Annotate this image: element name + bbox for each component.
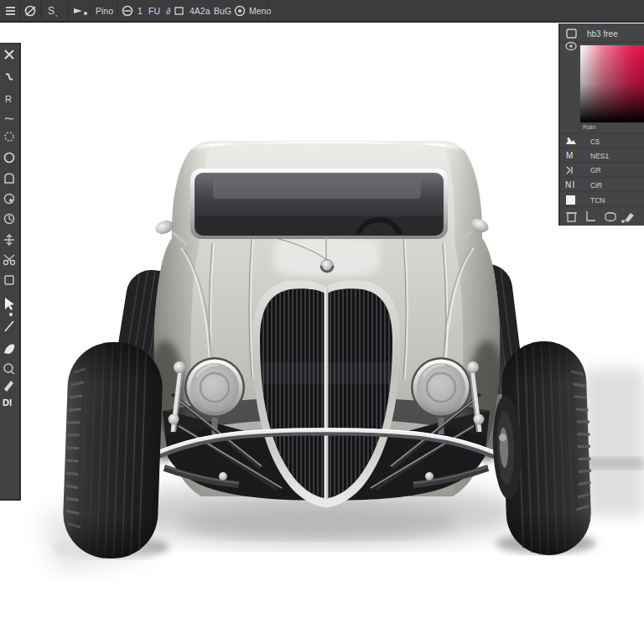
svg-text:NES1: NES1 — [590, 152, 609, 160]
svg-text:,: , — [55, 9, 58, 18]
svg-text:1: 1 — [138, 6, 143, 16]
svg-text:Rain: Rain — [583, 123, 595, 131]
svg-text:M: M — [566, 151, 573, 160]
svg-text:FU: FU — [148, 6, 160, 16]
svg-text:N: N — [565, 180, 571, 190]
svg-text:Pino: Pino — [96, 6, 113, 16]
svg-text:TCN: TCN — [590, 196, 605, 205]
svg-text:C5: C5 — [590, 138, 600, 146]
svg-text:DI: DI — [3, 397, 12, 408]
svg-text:Meno: Meno — [249, 6, 271, 16]
svg-text:4A2a: 4A2a — [190, 6, 210, 16]
svg-text:R: R — [5, 94, 12, 104]
svg-text:∂: ∂ — [166, 6, 170, 16]
svg-text:GR: GR — [590, 166, 601, 174]
svg-text:BuG: BuG — [214, 6, 231, 16]
svg-text:S: S — [48, 5, 55, 17]
svg-text:hb3 free: hb3 free — [587, 29, 618, 39]
svg-text:CiR: CiR — [590, 181, 602, 190]
